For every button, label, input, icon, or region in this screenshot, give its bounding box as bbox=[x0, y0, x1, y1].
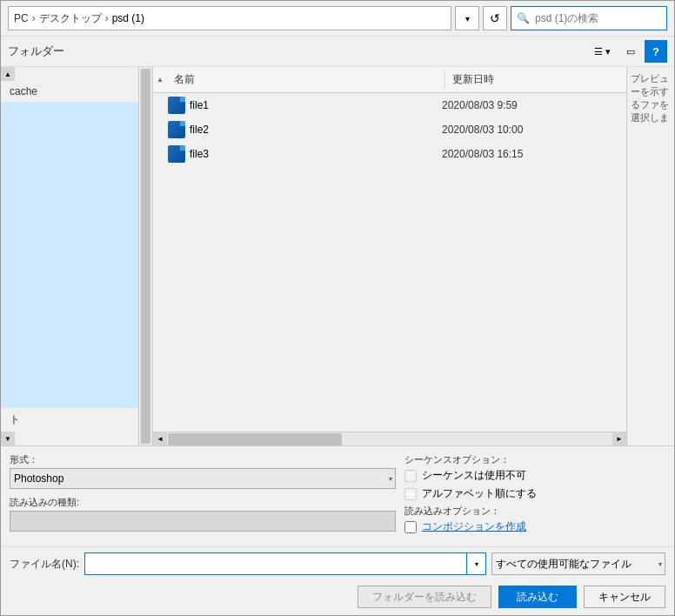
file-list-wrapper: ▲ 名前 更新日時 file1 2020/08/03 9:59 bbox=[153, 67, 626, 445]
sidebar-items: ▲ cache ト ▼ bbox=[1, 67, 138, 445]
sidebar-item-selected[interactable] bbox=[1, 102, 138, 110]
toolbar-right: ☰ ▾ ▭ ? bbox=[588, 40, 667, 63]
composition-label[interactable]: コンポジションを作成 bbox=[422, 519, 526, 534]
sidebar-scrollbar-thumb bbox=[141, 69, 150, 444]
sidebar-scroll-up[interactable]: ▲ bbox=[1, 67, 15, 81]
file-row-3[interactable]: file3 2020/08/03 16:15 bbox=[153, 142, 626, 166]
search-box: 🔍 bbox=[511, 6, 667, 30]
breadcrumb-current[interactable]: psd (1) bbox=[112, 12, 144, 24]
toolbar-folder-label: フォルダー bbox=[8, 44, 64, 59]
breadcrumb-desktop[interactable]: デスクトップ bbox=[39, 11, 102, 26]
composition-checkbox[interactable] bbox=[404, 521, 417, 533]
col-date-header[interactable]: 更新日時 bbox=[445, 70, 626, 89]
file-date-1: 2020/08/03 9:59 bbox=[442, 99, 626, 111]
file-header: ▲ 名前 更新日時 bbox=[153, 67, 626, 93]
bottom-area: 形式： Photoshop ▾ 読み込みの種類: シーケンスオプション： bbox=[1, 445, 674, 546]
folder-read-button[interactable]: フォルダーを読み込む bbox=[358, 586, 491, 608]
sequence-opt2-row[interactable]: アルファベット順にする bbox=[404, 486, 665, 501]
file-name-2: file2 bbox=[190, 124, 442, 136]
sequence-opt2-label: アルファベット順にする bbox=[422, 486, 537, 501]
sidebar-scroll-down[interactable]: ▼ bbox=[1, 432, 15, 445]
form-left: 形式： Photoshop ▾ 読み込みの種類: bbox=[10, 453, 396, 532]
refresh-button[interactable]: ↺ bbox=[483, 6, 507, 30]
format-select[interactable]: Photoshop bbox=[10, 468, 396, 489]
file-icon-1 bbox=[167, 96, 186, 115]
search-icon: 🔍 bbox=[511, 12, 535, 24]
filename-row: ファイル名(N): ▾ すべての使用可能なファイル ▾ bbox=[1, 546, 674, 580]
col-name-header[interactable]: 名前 bbox=[167, 70, 445, 89]
hscroll-track[interactable] bbox=[167, 432, 612, 446]
read-option-title: 読み込みオプション： bbox=[404, 505, 665, 518]
address-dropdown-btn[interactable]: ▾ bbox=[455, 6, 479, 30]
sequence-opt1-checkbox[interactable] bbox=[404, 470, 417, 482]
hscroll-right-btn[interactable]: ► bbox=[612, 432, 626, 446]
help-button[interactable]: ? bbox=[645, 40, 667, 63]
file-rows: file1 2020/08/03 9:59 file2 2020/08/03 1… bbox=[153, 93, 626, 432]
filename-label: ファイル名(N): bbox=[10, 557, 79, 572]
file-hscroll: ◄ ► bbox=[153, 432, 626, 445]
breadcrumb-pc[interactable]: PC bbox=[14, 12, 29, 24]
filename-input[interactable] bbox=[84, 552, 467, 575]
composition-row[interactable]: コンポジションを作成 bbox=[404, 519, 665, 534]
view-toggle-btn[interactable]: ☰ ▾ bbox=[588, 40, 617, 63]
search-input[interactable] bbox=[535, 12, 666, 24]
format-label: 形式： bbox=[10, 453, 396, 466]
format-select-wrapper: Photoshop ▾ bbox=[10, 468, 396, 489]
preview-area: プレビューを示するファを選択しま bbox=[626, 67, 674, 445]
address-bar: PC › デスクトップ › psd (1) ▾ ↺ 🔍 bbox=[1, 1, 674, 37]
read-type-label: 読み込みの種類: bbox=[10, 496, 396, 509]
preview-text: プレビューを示するファを選択しま bbox=[631, 73, 669, 123]
filename-dropdown-btn[interactable]: ▾ bbox=[467, 552, 486, 575]
psd-icon-3 bbox=[168, 145, 185, 163]
sequence-options: シーケンスは使用不可 アルファベット順にする bbox=[404, 468, 665, 501]
file-date-2: 2020/08/03 10:00 bbox=[442, 124, 626, 136]
toolbar: フォルダー ☰ ▾ ▭ ? bbox=[1, 37, 674, 67]
file-row-1[interactable]: file1 2020/08/03 9:59 bbox=[153, 93, 626, 117]
file-name-1: file1 bbox=[190, 99, 442, 111]
file-date-3: 2020/08/03 16:15 bbox=[442, 148, 626, 160]
file-row-2[interactable]: file2 2020/08/03 10:00 bbox=[153, 117, 626, 142]
hscroll-left-btn[interactable]: ◄ bbox=[153, 432, 167, 446]
ok-button[interactable]: 読み込む bbox=[498, 586, 577, 608]
sidebar-item-3[interactable]: ト bbox=[1, 408, 138, 432]
view-panel-btn[interactable]: ▭ bbox=[620, 40, 641, 63]
file-name-3: file3 bbox=[190, 148, 442, 160]
main-content: ▲ cache ト ▼ ▲ 名前 更新日時 bbox=[1, 67, 674, 445]
header-scroll-icon: ▲ bbox=[153, 70, 167, 89]
sequence-opt1-row[interactable]: シーケンスは使用不可 bbox=[404, 468, 665, 483]
file-area: ▲ 名前 更新日時 file1 2020/08/03 9:59 bbox=[153, 67, 626, 445]
psd-icon-1 bbox=[168, 97, 185, 114]
read-type-field bbox=[10, 511, 396, 532]
sidebar-scrollbar[interactable] bbox=[138, 67, 152, 445]
sequence-opt2-checkbox[interactable] bbox=[404, 488, 417, 500]
sidebar-wrapper: ▲ cache ト ▼ bbox=[1, 67, 153, 445]
filename-input-wrapper: ▾ bbox=[84, 552, 486, 575]
file-icon-2 bbox=[167, 120, 186, 139]
cancel-button[interactable]: キャンセル bbox=[584, 586, 665, 608]
file-icon-3 bbox=[167, 144, 186, 164]
sidebar-scroll-area: ▲ cache ト ▼ bbox=[1, 67, 152, 445]
hscroll-thumb bbox=[168, 433, 342, 445]
sequence-opt1-label: シーケンスは使用不可 bbox=[422, 468, 526, 483]
form-row-1: 形式： Photoshop ▾ 読み込みの種類: シーケンスオプション： bbox=[10, 453, 665, 534]
button-row: フォルダーを読み込む 読み込む キャンセル bbox=[1, 580, 674, 615]
sidebar-item-cache[interactable]: cache bbox=[1, 81, 138, 102]
filetype-select-wrapper: すべての使用可能なファイル ▾ bbox=[491, 552, 665, 575]
psd-icon-2 bbox=[168, 121, 185, 138]
form-right: シーケンスオプション： シーケンスは使用不可 アルファベット順にする 読み込みオ… bbox=[404, 453, 665, 534]
sequence-title: シーケンスオプション： bbox=[404, 453, 665, 466]
filetype-select[interactable]: すべての使用可能なファイル bbox=[491, 552, 665, 575]
address-path[interactable]: PC › デスクトップ › psd (1) bbox=[8, 6, 451, 30]
